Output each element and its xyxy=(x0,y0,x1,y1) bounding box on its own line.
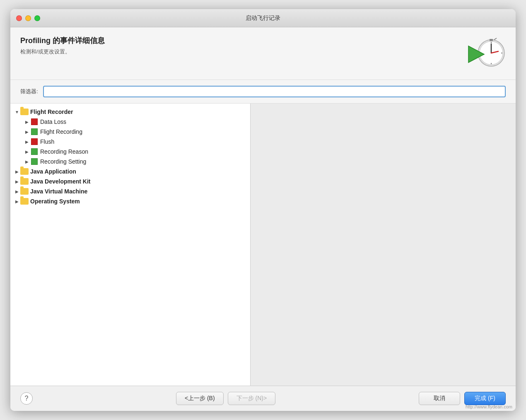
main-window: 启动飞行记录 Profiling 的事件详细信息 检测和/或更改设置。 xyxy=(10,9,516,411)
tree-item-flight-recorder[interactable]: Flight Recorder xyxy=(10,107,250,117)
minimize-button[interactable] xyxy=(25,15,31,21)
app-icon xyxy=(464,36,506,71)
window-title: 启动飞行记录 xyxy=(246,14,280,22)
folder-icon-java-development-kit xyxy=(20,178,29,185)
next-button[interactable]: 下一步 (N)> xyxy=(228,392,276,405)
tree-arrow-java-virtual-machine[interactable] xyxy=(14,188,20,195)
header-icon-area xyxy=(464,36,506,73)
header-title: Profiling 的事件详细信息 xyxy=(20,36,464,46)
tree-label-flight-recorder: Flight Recorder xyxy=(30,109,73,115)
tree-arrow-data-loss[interactable] xyxy=(24,118,30,125)
event-icon-flush xyxy=(30,138,39,145)
cancel-button[interactable]: 取消 xyxy=(419,392,460,405)
titlebar: 启动飞行记录 xyxy=(10,9,516,27)
detail-panel xyxy=(251,104,516,386)
tree-arrow-operating-system[interactable] xyxy=(14,198,20,205)
tree-item-flush[interactable]: Flush xyxy=(10,137,250,147)
tree-item-flight-recording[interactable]: Flight Recording xyxy=(10,127,250,137)
tree-item-operating-system[interactable]: Operating System xyxy=(10,196,250,206)
tree-arrow-flight-recording[interactable] xyxy=(24,128,30,135)
tree-arrow-flush[interactable] xyxy=(24,138,30,145)
header-text: Profiling 的事件详细信息 检测和/或更改设置。 xyxy=(20,36,464,56)
svg-rect-9 xyxy=(490,39,493,41)
tree-label-recording-setting: Recording Setting xyxy=(40,158,86,165)
maximize-button[interactable] xyxy=(34,15,40,21)
main-content: Flight Recorder Data Loss Flight Recordi… xyxy=(10,104,516,386)
tree-arrow-java-application[interactable] xyxy=(14,168,20,175)
back-button[interactable]: <上一步 (B) xyxy=(176,392,224,405)
footer-right: 取消 完成 (F) xyxy=(419,392,506,405)
tree-item-data-loss[interactable]: Data Loss xyxy=(10,117,250,127)
tree-label-flight-recording: Flight Recording xyxy=(40,128,82,135)
tree-arrow-flight-recorder[interactable] xyxy=(14,109,20,115)
event-icon-recording-setting xyxy=(30,158,39,165)
tree-label-flush: Flush xyxy=(40,138,54,145)
folder-icon-java-application xyxy=(20,168,29,175)
folder-icon-java-virtual-machine xyxy=(20,188,29,195)
event-icon-flight-recording xyxy=(30,128,39,135)
finish-button[interactable]: 完成 (F) xyxy=(464,392,506,405)
tree-item-java-application[interactable]: Java Application xyxy=(10,167,250,176)
tree-arrow-java-development-kit[interactable] xyxy=(14,178,20,185)
tree-label-operating-system: Operating System xyxy=(30,198,80,205)
close-button[interactable] xyxy=(16,15,22,21)
footer: ? <上一步 (B) 下一步 (N)> 取消 完成 (F) http://www… xyxy=(10,386,516,411)
tree-label-java-development-kit: Java Development Kit xyxy=(30,178,91,185)
folder-icon-operating-system xyxy=(20,198,29,205)
event-icon-recording-reason xyxy=(30,148,39,155)
watermark: http://www.flydean.com xyxy=(466,404,512,409)
filter-label: 筛选器: xyxy=(20,88,38,95)
tree-panel[interactable]: Flight Recorder Data Loss Flight Recordi… xyxy=(10,104,251,386)
tree-item-java-virtual-machine[interactable]: Java Virtual Machine xyxy=(10,186,250,196)
tree-label-java-application: Java Application xyxy=(30,168,76,175)
tree-arrow-recording-reason[interactable] xyxy=(24,148,30,155)
folder-icon-flight-recorder xyxy=(20,108,29,116)
tree-label-java-virtual-machine: Java Virtual Machine xyxy=(30,188,87,195)
header-subtitle: 检测和/或更改设置。 xyxy=(20,48,464,56)
filter-row: 筛选器: xyxy=(10,80,516,104)
footer-center: <上一步 (B) 下一步 (N)> xyxy=(176,392,275,405)
tree-item-recording-setting[interactable]: Recording Setting xyxy=(10,157,250,167)
tree-item-java-development-kit[interactable]: Java Development Kit xyxy=(10,176,250,186)
header-section: Profiling 的事件详细信息 检测和/或更改设置。 xyxy=(10,27,516,80)
tree-arrow-recording-setting[interactable] xyxy=(24,158,30,165)
tree-label-data-loss: Data Loss xyxy=(40,118,66,125)
event-icon-data-loss xyxy=(30,118,39,126)
footer-left: ? xyxy=(20,392,33,405)
filter-input[interactable] xyxy=(43,86,506,97)
help-button[interactable]: ? xyxy=(20,392,33,405)
tree-label-recording-reason: Recording Reason xyxy=(40,148,88,155)
window-controls xyxy=(16,15,40,21)
svg-line-10 xyxy=(494,38,497,40)
tree-item-recording-reason[interactable]: Recording Reason xyxy=(10,147,250,157)
